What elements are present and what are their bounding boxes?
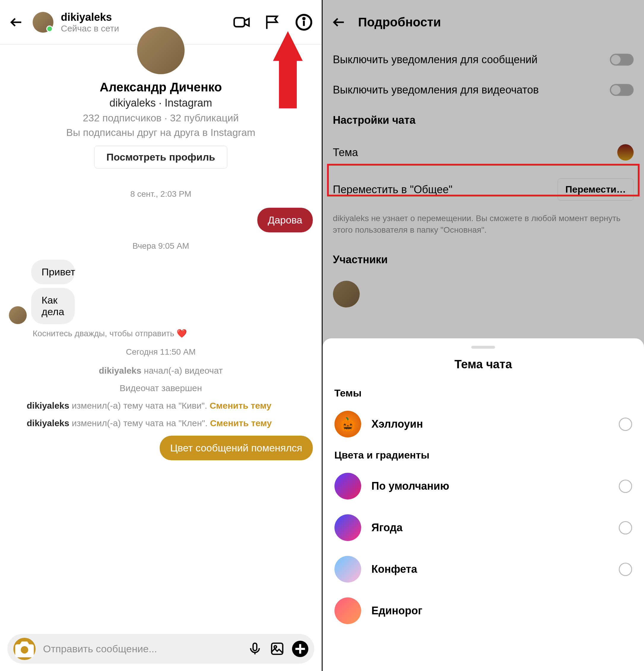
add-button[interactable] <box>292 641 308 657</box>
profile-note: Вы подписаны друг на друга в Instagram <box>12 127 310 138</box>
theme-option-label: По умолчанию <box>371 480 609 492</box>
info-icon[interactable] <box>295 13 313 31</box>
radio-button[interactable] <box>619 480 632 493</box>
annotation-highlight-box <box>327 164 640 197</box>
header-user-info[interactable]: dikiyaleks Сейчас в сети <box>61 11 233 34</box>
user-status: Сейчас в сети <box>61 23 233 34</box>
header-actions <box>233 13 313 31</box>
theme-option-label: Единорог <box>371 605 632 617</box>
annotation-arrow-icon <box>273 31 303 108</box>
theme-option-label: Ягода <box>371 521 609 534</box>
flag-icon[interactable] <box>264 13 282 31</box>
theme-option-halloween[interactable]: Хэллоуин <box>323 403 644 445</box>
unicorn-swatch-icon <box>334 597 361 624</box>
svg-rect-0 <box>234 18 244 27</box>
timestamp: 8 сент., 2:03 PM <box>9 189 313 199</box>
svg-point-7 <box>274 646 276 648</box>
candy-swatch-icon <box>334 556 361 583</box>
theme-option-candy[interactable]: Конфета <box>323 548 644 590</box>
timestamp: Вчера 9:05 AM <box>9 241 313 251</box>
radio-button[interactable] <box>619 521 632 534</box>
system-message: dikiyaleks начал(-а) видеочат <box>9 366 313 376</box>
message-row: Цвет сообщений поменялся <box>9 436 313 460</box>
composer-input[interactable]: Отправить сообщение... <box>43 643 240 655</box>
timestamp: Сегодня 11:50 AM <box>9 347 313 357</box>
message-row: Привет Как дела <box>9 260 313 324</box>
received-message[interactable]: Привет <box>31 260 75 284</box>
theme-change-message: dikiyaleks изменил(-а) тему чата на "Кле… <box>9 418 313 428</box>
change-theme-link[interactable]: Сменить тему <box>210 401 271 410</box>
theme-option-berry[interactable]: Ягода <box>323 507 644 548</box>
profile-avatar[interactable] <box>137 27 185 74</box>
video-call-icon[interactable] <box>233 13 251 31</box>
theme-bottom-sheet: Тема чата Темы Хэллоуин Цвета и градиент… <box>323 338 644 671</box>
like-hint: Коснитесь дважды, чтобы отправить ❤️ <box>33 329 313 338</box>
berry-swatch-icon <box>334 514 361 541</box>
profile-stats: 232 подписчиков · 32 публикаций <box>12 112 310 124</box>
chat-body: 8 сент., 2:03 PM Дарова Вчера 9:05 AM Пр… <box>0 175 322 470</box>
theme-change-message: dikiyaleks изменил(-а) тему чата на "Кив… <box>9 401 313 411</box>
composer: Отправить сообщение... <box>8 634 314 663</box>
chat-pane: dikiyaleks Сейчас в сети Александр Дичен… <box>0 0 323 671</box>
theme-option-label: Конфета <box>371 563 609 575</box>
theme-option-label: Хэллоуин <box>371 418 609 430</box>
view-profile-button[interactable]: Посмотреть профиль <box>94 146 227 168</box>
sent-message[interactable]: Цвет сообщений поменялся <box>160 436 313 460</box>
received-message[interactable]: Как дела <box>31 288 75 324</box>
sent-message[interactable]: Дарова <box>257 208 313 232</box>
theme-option-unicorn[interactable]: Единорог <box>323 590 644 632</box>
gallery-icon[interactable] <box>270 641 285 656</box>
username: dikiyaleks <box>61 11 233 23</box>
back-icon[interactable] <box>9 15 24 30</box>
profile-meta: dikiyaleks · Instagram <box>12 97 310 109</box>
default-swatch-icon <box>334 473 361 499</box>
details-pane: Подробности Выключить уведомления для со… <box>323 0 644 671</box>
system-message: Видеочат завершен <box>9 383 313 393</box>
theme-option-default[interactable]: По умолчанию <box>323 465 644 507</box>
message-avatar[interactable] <box>9 306 27 324</box>
sheet-title: Тема чата <box>323 358 644 371</box>
radio-button[interactable] <box>619 418 632 431</box>
message-row: Дарова <box>9 208 313 232</box>
system-user: dikiyaleks <box>99 366 141 376</box>
svg-point-4 <box>21 646 28 654</box>
camera-button[interactable] <box>13 638 36 660</box>
svg-rect-6 <box>272 643 283 654</box>
halloween-swatch-icon <box>334 411 361 438</box>
sheet-section-label: Темы <box>323 383 644 403</box>
sheet-handle[interactable] <box>471 346 495 349</box>
svg-rect-5 <box>253 643 257 650</box>
change-theme-link[interactable]: Сменить тему <box>210 418 272 428</box>
radio-button[interactable] <box>619 563 632 576</box>
svg-point-3 <box>303 18 304 19</box>
profile-name: Александр Диченко <box>12 80 310 94</box>
avatar[interactable] <box>33 12 53 33</box>
sheet-section-label: Цвета и градиенты <box>323 445 644 465</box>
online-indicator-icon <box>46 26 53 32</box>
mic-icon[interactable] <box>248 641 262 656</box>
